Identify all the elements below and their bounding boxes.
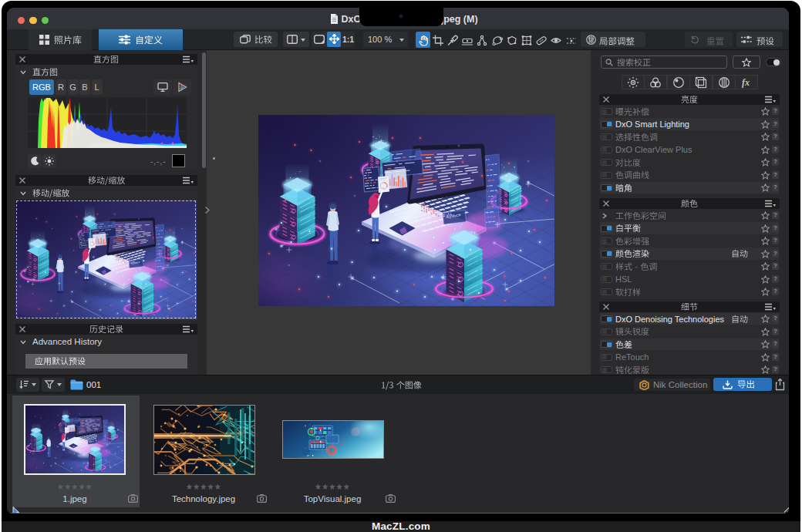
svg-text:fx: fx	[742, 77, 750, 88]
